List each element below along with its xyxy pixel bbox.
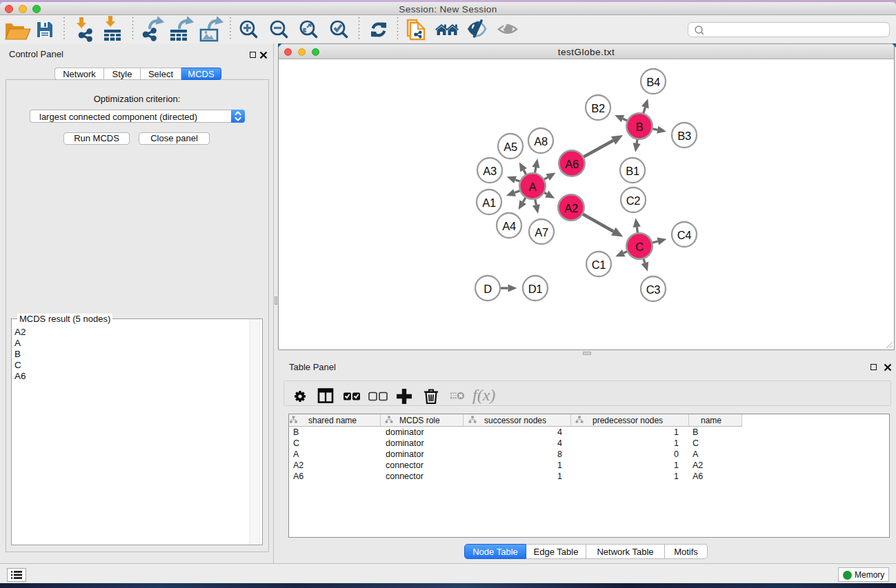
svg-text:C: C — [635, 241, 644, 253]
svg-text:shared name: shared name — [308, 416, 357, 425]
svg-text:A2: A2 — [293, 460, 303, 470]
svg-text:A4: A4 — [502, 220, 516, 232]
svg-text:1: 1 — [674, 438, 679, 448]
svg-text:4: 4 — [557, 427, 562, 437]
svg-text:1: 1 — [557, 472, 562, 481]
svg-text:predecessor nodes: predecessor nodes — [593, 416, 663, 425]
svg-text:C1: C1 — [592, 258, 606, 271]
svg-text:A7: A7 — [535, 226, 548, 239]
svg-text:D1: D1 — [528, 283, 543, 295]
svg-text:A5: A5 — [504, 141, 517, 153]
svg-text:C: C — [693, 438, 699, 448]
svg-text:B: B — [293, 427, 299, 437]
svg-text:4: 4 — [557, 438, 562, 448]
svg-text:B4: B4 — [646, 76, 660, 88]
svg-text:successor nodes: successor nodes — [484, 416, 546, 425]
svg-text:name: name — [701, 416, 721, 425]
svg-text:A: A — [693, 449, 699, 459]
svg-text:1: 1 — [674, 460, 679, 470]
svg-text:0: 0 — [674, 449, 679, 459]
svg-text:A: A — [293, 449, 299, 459]
svg-text:f(x): f(x) — [472, 386, 495, 404]
svg-text:C2: C2 — [626, 194, 641, 207]
svg-text:A3: A3 — [483, 165, 497, 177]
svg-text:1: 1 — [674, 472, 679, 481]
svg-text:B2: B2 — [591, 102, 605, 114]
svg-text:B1: B1 — [626, 165, 639, 177]
svg-text:A1: A1 — [482, 196, 496, 209]
svg-text:B3: B3 — [677, 130, 691, 142]
svg-text:8: 8 — [557, 449, 562, 459]
svg-text:A6: A6 — [693, 472, 703, 481]
svg-text:B: B — [636, 121, 644, 133]
svg-text:A6: A6 — [565, 158, 579, 170]
svg-text:C: C — [293, 438, 299, 448]
svg-text:1: 1 — [557, 460, 562, 470]
svg-text:D: D — [484, 283, 492, 295]
svg-text:1: 1 — [674, 427, 679, 437]
svg-text:connector: connector — [386, 460, 424, 470]
svg-text:MCDS role: MCDS role — [399, 416, 440, 425]
svg-text:C4: C4 — [677, 229, 692, 241]
svg-text:dominator: dominator — [386, 438, 424, 448]
svg-text:A2: A2 — [693, 460, 703, 470]
svg-text:connector: connector — [386, 472, 424, 481]
svg-text:B: B — [693, 427, 698, 437]
svg-text:C3: C3 — [646, 283, 661, 296]
svg-text:A6: A6 — [293, 472, 303, 481]
svg-text:dominator: dominator — [386, 449, 424, 459]
svg-text:dominator: dominator — [386, 427, 424, 437]
svg-text:A8: A8 — [534, 135, 548, 148]
svg-text:A: A — [529, 181, 537, 193]
svg-text:A2: A2 — [564, 202, 578, 214]
